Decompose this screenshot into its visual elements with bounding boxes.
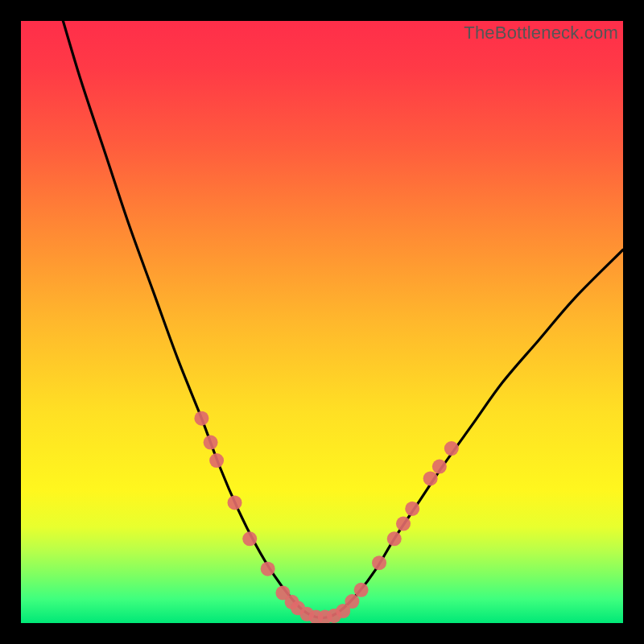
bottleneck-curve [63, 21, 623, 617]
marker-dot [372, 555, 386, 570]
marker-dot [194, 411, 208, 426]
marker-dot [396, 517, 411, 531]
chart-frame: TheBottleneck.com [0, 0, 644, 644]
marker-dot [204, 436, 218, 450]
markers-group [194, 411, 458, 623]
marker-dot [228, 495, 242, 510]
marker-dot [261, 562, 275, 576]
marker-dot [345, 594, 359, 609]
marker-dot [423, 471, 438, 485]
marker-dot [405, 502, 419, 516]
marker-dot [432, 460, 447, 474]
marker-dot [444, 441, 459, 456]
curve-layer [21, 21, 623, 623]
marker-dot [354, 583, 369, 597]
marker-dot [387, 531, 402, 546]
marker-dot [209, 453, 224, 468]
plot-area: TheBottleneck.com [21, 21, 623, 623]
marker-dot [242, 531, 257, 546]
